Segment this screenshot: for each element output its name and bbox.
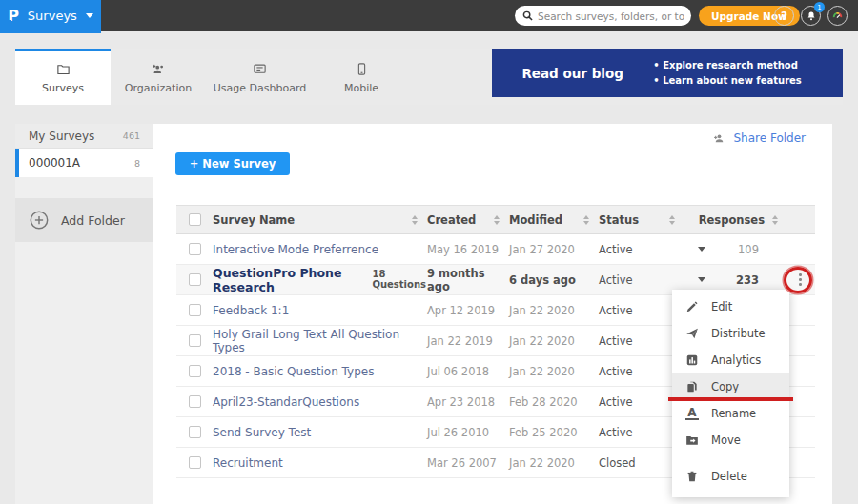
sort-icon[interactable] [412,215,418,225]
table-header-row: Survey Name Created Modified Status Resp… [176,205,815,234]
row-checkbox[interactable] [189,273,201,286]
status-cell[interactable]: Active [599,273,684,287]
modified-cell: Jan 22 2020 [509,365,599,378]
folder-label: My Surveys [29,130,94,143]
select-all-checkbox[interactable] [189,213,201,226]
created-cell: Apr 23 2018 [427,395,509,409]
status-dropdown-caret[interactable] [698,277,705,282]
sort-icon[interactable] [669,215,675,225]
survey-name-link[interactable]: Feedback 1:1 [213,304,289,317]
menu-label: Move [711,433,741,447]
tab-mobile[interactable]: Mobile [314,49,409,105]
modified-cell: Jan 22 2020 [509,456,599,470]
menu-item-edit[interactable]: Edit [672,293,789,320]
modified-cell: Jan 27 2020 [509,243,599,256]
survey-name-link[interactable]: Send Survey Test [213,426,311,439]
product-switcher[interactable]: P Surveys [0,0,101,31]
logo-accent-bar [0,31,101,33]
tab-usage-dashboard[interactable]: Usage Dashboard [206,49,314,105]
row-checkbox[interactable] [189,426,201,438]
menu-item-distribute[interactable]: Distribute [672,320,789,347]
survey-name-link[interactable]: April23-StandarQuestions [213,395,359,409]
folder-count: 461 [123,131,140,141]
survey-name-link[interactable]: 2018 - Basic Question Types [213,365,374,378]
created-cell: Jan 22 2019 [427,334,509,348]
mobile-icon [354,62,370,76]
search-input[interactable] [538,10,684,22]
menu-divider [672,454,789,463]
person-add-icon [712,132,726,145]
banner-bullet: Explore research method [653,60,802,71]
new-survey-button[interactable]: + New Survey [175,152,290,175]
help-button[interactable]: ? [774,6,794,26]
survey-name-link[interactable]: QuestionPro Phone Research [213,266,364,294]
created-cell: 9 months ago [427,267,509,293]
sort-icon[interactable] [494,215,500,225]
row-actions-kebab-icon[interactable] [795,270,806,290]
created-cell: Jul 06 2018 [427,365,509,378]
tab-label: Surveys [42,82,84,94]
menu-item-analytics[interactable]: Analytics [672,347,789,373]
trash-icon [685,470,699,483]
row-checkbox[interactable] [189,304,201,316]
paper-plane-icon [685,327,699,340]
modified-cell: Jan 22 2020 [509,334,599,348]
folder-label: 000001A [29,156,80,170]
row-checkbox[interactable] [189,395,201,408]
menu-label: Copy [711,380,739,393]
tab-label: Usage Dashboard [214,82,306,94]
move-folder-icon [685,433,699,447]
menu-item-move[interactable]: Move [672,427,789,454]
survey-name-link[interactable]: Interactive Mode Preferrence [213,243,378,256]
menu-item-delete[interactable]: Delete [672,463,789,490]
created-cell: May 16 2019 [427,243,509,256]
menu-item-copy[interactable]: Copy [672,373,789,400]
row-checkbox[interactable] [189,243,201,255]
add-folder-button[interactable]: Add Folder [15,198,153,242]
blog-promo-banner[interactable]: Read our blog Explore research method Le… [492,49,843,97]
share-folder-link[interactable]: Share Folder [712,131,806,145]
col-header-modified: Modified [509,213,562,227]
notifications-button[interactable]: 1 [801,6,821,26]
surveys-page: P Surveys Upgrade Now ? 1 [0,0,858,504]
menu-label: Distribute [711,327,766,340]
product-menu-label: Surveys [28,9,77,23]
banner-bullets: Explore research method Learn about new … [653,60,802,86]
modified-cell: 6 days ago [509,273,599,287]
sidebar-spacer [15,177,153,198]
modified-cell: Feb 25 2020 [509,426,599,439]
sort-icon[interactable] [583,215,589,225]
bar-chart-icon [685,353,699,367]
modified-cell: Feb 28 2020 [509,395,599,409]
status-dropdown-caret[interactable] [698,247,705,252]
sort-icon[interactable] [772,215,778,225]
usage-meter-button[interactable] [827,6,848,26]
menu-item-rename[interactable]: A Rename [672,400,789,427]
chevron-down-icon [86,13,93,18]
created-cell: Apr 12 2019 [427,304,509,317]
questionpro-logo-icon: P [8,7,19,25]
banner-title: Read our blog [492,66,653,81]
tab-organization[interactable]: Organization [111,49,206,105]
global-search[interactable] [515,6,691,26]
survey-name-link[interactable]: Recruitment [213,456,283,470]
created-cell: Mar 26 2007 [427,456,509,470]
bell-icon [806,10,817,22]
row-checkbox[interactable] [189,456,201,469]
col-header-survey-name: Survey Name [213,213,295,227]
search-icon [522,10,533,21]
banner-bullet: Learn about new features [653,75,802,86]
status-cell[interactable]: Active [599,243,684,256]
display-icon [252,62,268,76]
menu-label: Edit [711,300,732,313]
menu-label: Delete [711,470,747,483]
row-checkbox[interactable] [189,365,201,377]
question-count-badge: 18 Questions [372,269,427,290]
tab-surveys[interactable]: Surveys [15,49,111,105]
sidebar-item-my-surveys[interactable]: My Surveys 461 [15,124,153,149]
row-checkbox[interactable] [189,334,201,347]
survey-name-link[interactable]: Holy Grail Long Text All Question Types [213,328,427,354]
notification-badge: 1 [814,2,825,12]
add-folder-label: Add Folder [61,213,125,228]
sidebar-item-000001a[interactable]: 000001A 8 [15,149,153,177]
